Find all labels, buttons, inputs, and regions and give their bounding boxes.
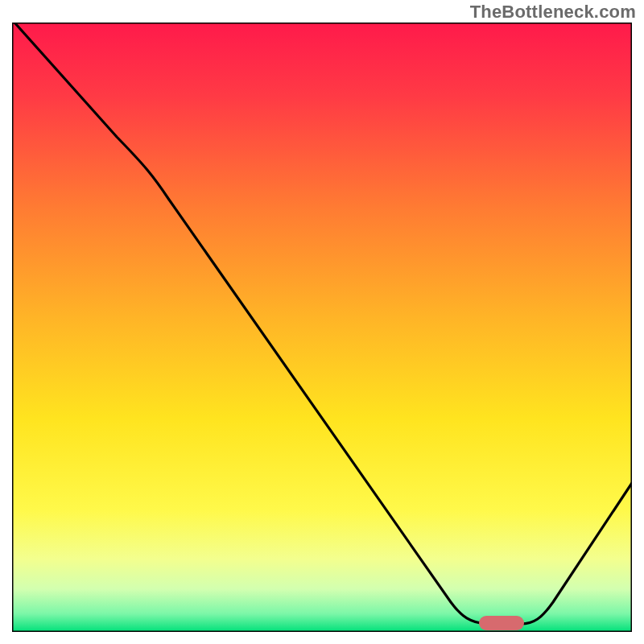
bottleneck-chart [12, 23, 632, 632]
gradient-background [12, 23, 632, 632]
watermark-text: TheBottleneck.com [470, 2, 636, 23]
optimum-marker [479, 616, 524, 630]
chart-svg [12, 23, 632, 632]
chart-container: TheBottleneck.com [0, 0, 644, 644]
